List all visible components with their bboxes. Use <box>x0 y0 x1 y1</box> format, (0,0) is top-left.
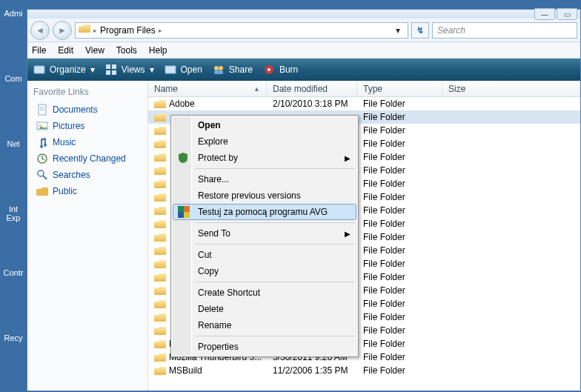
sidebar-item-label: Pictures <box>53 121 84 131</box>
ctx-avg-scan[interactable]: Testuj za pomocą programu AVG <box>173 204 356 220</box>
organize-label: Organize <box>50 64 86 75</box>
pictures-icon <box>36 120 48 132</box>
ctx-delete[interactable]: Delete <box>173 301 356 317</box>
minimize-button[interactable]: — <box>534 8 555 20</box>
music-icon <box>36 136 48 148</box>
share-button[interactable]: Share <box>213 64 253 76</box>
breadcrumb-sep[interactable]: ▸ <box>159 27 162 34</box>
folder-icon <box>154 219 166 229</box>
file-date: 2/10/2010 3:18 PM <box>267 99 357 109</box>
folder-icon <box>154 233 166 242</box>
open-label: Open <box>181 64 202 75</box>
svg-point-10 <box>268 68 270 71</box>
sidebar-item-label: Recently Changed <box>53 153 126 164</box>
folder-icon <box>154 99 166 109</box>
column-date[interactable]: Date modified <box>267 81 357 96</box>
search-input[interactable]: Search <box>432 22 577 39</box>
sidebar-item-label: Public <box>53 186 77 196</box>
column-headers: Name▲ Date modified Type Size <box>148 81 580 97</box>
folder-icon <box>154 286 166 296</box>
ctx-explore[interactable]: Explore <box>173 133 356 150</box>
organize-button[interactable]: Organize ▾ <box>33 64 95 76</box>
ctx-open[interactable]: Open <box>173 117 356 133</box>
sidebar-item-music[interactable]: Music <box>33 134 142 150</box>
folder-icon <box>154 126 166 136</box>
sort-indicator: ▲ <box>253 85 260 93</box>
ctx-separator <box>195 282 355 282</box>
folder-icon <box>154 166 166 176</box>
address-dropdown[interactable]: ▾ <box>391 25 405 36</box>
folder-icon <box>154 246 166 256</box>
menu-tools[interactable]: Tools <box>116 45 137 56</box>
chevron-down-icon: ▾ <box>150 64 154 75</box>
refresh-button[interactable]: ↯ <box>411 22 429 39</box>
sidebar-item-public[interactable]: Public <box>33 183 142 199</box>
column-type[interactable]: Type <box>357 81 442 96</box>
titlebar[interactable]: — ▭ <box>27 10 580 19</box>
documents-icon <box>36 104 48 116</box>
desktop-icon[interactable]: Com <box>0 74 27 83</box>
submenu-arrow-icon: ▶ <box>345 154 351 162</box>
address-bar[interactable]: ▸ Program Files ▸ ▾ <box>75 22 408 39</box>
ctx-protect[interactable]: Protect by▶ <box>173 150 356 166</box>
menu-view[interactable]: View <box>85 45 104 56</box>
menubar: File Edit View Tools Help <box>27 42 580 59</box>
column-name[interactable]: Name▲ <box>148 81 267 96</box>
file-type: File Folder <box>357 365 442 376</box>
favorite-links-title: Favorite Links <box>33 87 142 97</box>
svg-rect-22 <box>184 212 190 218</box>
file-type: File Folder <box>357 192 442 202</box>
open-icon <box>165 64 176 76</box>
folder-icon <box>154 299 166 309</box>
back-button[interactable]: ◄ <box>30 21 50 40</box>
ctx-separator <box>195 222 355 223</box>
file-type: File Folder <box>357 259 442 269</box>
table-row[interactable]: MSBuild11/2/2006 1:35 PMFile Folder <box>148 364 580 377</box>
desktop-icon[interactable]: Recy <box>0 333 27 342</box>
file-type: File Folder <box>357 285 442 296</box>
ctx-cut[interactable]: Cut <box>173 247 356 263</box>
desktop-icon[interactable]: Net <box>0 139 27 148</box>
column-size[interactable]: Size <box>442 81 580 96</box>
ctx-shortcut[interactable]: Create Shortcut <box>173 285 356 301</box>
ctx-sendto[interactable]: Send To▶ <box>173 225 356 242</box>
ctx-properties[interactable]: Properties <box>173 339 356 355</box>
menu-file[interactable]: File <box>32 45 46 56</box>
desktop-icon[interactable]: Int Exp <box>0 205 27 222</box>
desktop-icon[interactable]: Contr <box>0 268 27 277</box>
desktop-icons: Admi Com Net Int Exp Contr Recy <box>0 0 27 351</box>
breadcrumb-item[interactable]: Program Files <box>100 25 156 36</box>
submenu-arrow-icon: ▶ <box>345 230 351 238</box>
sidebar-item-pictures[interactable]: Pictures <box>33 118 142 134</box>
views-button[interactable]: Views ▾ <box>105 64 154 76</box>
file-type: File Folder <box>357 272 442 282</box>
views-icon <box>105 64 117 76</box>
ctx-copy[interactable]: Copy <box>173 263 356 279</box>
ctx-rename[interactable]: Rename <box>173 317 356 333</box>
file-type: File Folder <box>357 205 442 216</box>
file-type: File Folder <box>357 219 442 229</box>
ctx-separator <box>195 168 355 169</box>
maximize-button[interactable]: ▭ <box>557 8 577 20</box>
forward-button[interactable]: ► <box>53 21 72 40</box>
context-menu: Open Explore Protect by▶ Share... Restor… <box>170 115 359 357</box>
menu-help[interactable]: Help <box>149 45 167 56</box>
ctx-share[interactable]: Share... <box>173 171 356 187</box>
file-type: File Folder <box>357 165 442 176</box>
folder-icon <box>154 193 166 202</box>
ctx-restore[interactable]: Restore previous versions <box>173 187 356 204</box>
sidebar-item-documents[interactable]: Documents <box>33 102 142 118</box>
table-row[interactable]: Adobe2/10/2010 3:18 PMFile Folder <box>148 97 580 110</box>
breadcrumb-sep[interactable]: ▸ <box>93 27 97 34</box>
burn-label: Burn <box>279 64 298 75</box>
sidebar-item-recent[interactable]: Recently Changed <box>33 150 142 167</box>
desktop-icon[interactable]: Admi <box>0 9 27 18</box>
menu-edit[interactable]: Edit <box>58 45 73 56</box>
open-button[interactable]: Open <box>165 64 202 76</box>
window-controls: — ▭ <box>534 8 577 20</box>
file-type: File Folder <box>357 99 442 109</box>
shield-icon <box>177 152 189 164</box>
burn-button[interactable]: Burn <box>263 64 298 76</box>
folder-icon <box>154 179 166 189</box>
sidebar-item-search[interactable]: Searches <box>33 167 142 183</box>
